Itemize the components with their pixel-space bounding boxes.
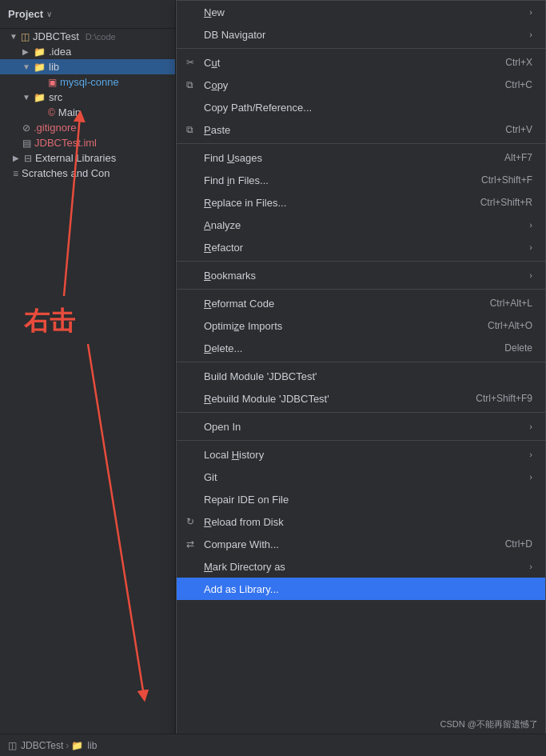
- git-ignore-icon: ⊘: [22, 122, 30, 134]
- submenu-arrow-icon: ›: [529, 562, 532, 571]
- shortcut-label: Ctrl+Alt+O: [488, 320, 532, 331]
- tree-item-iml[interactable]: ▤ JDBCTest.iml: [0, 135, 175, 150]
- menu-item-open-in[interactable]: Open In ›: [177, 415, 545, 438]
- project-panel: Project ∨ ▼ ◫ JDBCTest D:\code ▶ 📁 .idea…: [0, 0, 176, 756]
- menu-separator: [177, 362, 545, 362]
- path-label: D:\code: [86, 32, 116, 42]
- menu-item-label: Find in Files...: [204, 174, 465, 186]
- menu-item-analyze[interactable]: Analyze ›: [177, 214, 545, 236]
- menu-item-label: Reload from Disk: [204, 516, 532, 528]
- menu-item-label: Copy Path/Reference...: [204, 102, 532, 114]
- menu-item-label: Reformat Code: [204, 298, 474, 310]
- menu-item-repair-ide[interactable]: Repair IDE on File: [177, 488, 545, 510]
- tree-item-main[interactable]: © Main: [0, 105, 175, 120]
- shortcut-label: Delete: [504, 342, 532, 354]
- menu-item-optimize-imports[interactable]: Optimize Imports Ctrl+Alt+O: [177, 314, 545, 337]
- menu-item-label: Paste: [204, 124, 489, 136]
- breadcrumb-label: JDBCTest: [21, 740, 63, 751]
- breadcrumb-item-root[interactable]: ◫ JDBCTest: [8, 740, 63, 751]
- menu-item-db-navigator[interactable]: DB Navigator ›: [177, 23, 545, 46]
- tree-item-label: JDBCTest: [33, 30, 79, 42]
- iml-icon: ▤: [22, 138, 31, 149]
- java-icon: ©: [48, 107, 55, 118]
- folder-icon: 📁: [34, 62, 46, 73]
- shortcut-label: Ctrl+C: [505, 79, 532, 90]
- paste-icon: ⧉: [186, 124, 199, 135]
- menu-item-local-history[interactable]: Local History ›: [177, 443, 545, 466]
- expand-arrow-icon: ▼: [22, 62, 30, 71]
- menu-item-label: Add as Library...: [204, 583, 532, 595]
- menu-item-label: Git: [204, 471, 523, 483]
- menu-item-new[interactable]: New ›: [177, 1, 545, 23]
- submenu-arrow-icon: ›: [529, 422, 532, 431]
- submenu-arrow-icon: ›: [529, 242, 532, 252]
- compare-icon: ⇄: [186, 538, 199, 550]
- menu-item-label: Local History: [204, 449, 523, 461]
- folder-icon: 📁: [71, 740, 83, 751]
- project-header[interactable]: Project ∨: [0, 0, 175, 29]
- menu-item-copy-path[interactable]: Copy Path/Reference...: [177, 96, 545, 118]
- shortcut-label: Ctrl+Alt+L: [490, 298, 532, 309]
- tree-item-root[interactable]: ▼ ◫ JDBCTest D:\code: [0, 29, 175, 44]
- menu-item-paste[interactable]: ⧉ Paste Ctrl+V: [177, 118, 545, 141]
- menu-item-label: Rebuild Module 'JDBCTest': [204, 393, 460, 405]
- menu-item-reformat[interactable]: Reformat Code Ctrl+Alt+L: [177, 292, 545, 314]
- submenu-arrow-icon: ›: [529, 7, 532, 17]
- menu-item-find-in-files[interactable]: Find in Files... Ctrl+Shift+F: [177, 169, 545, 191]
- menu-item-label: Delete...: [204, 342, 488, 354]
- shortcut-label: Ctrl+Shift+F: [481, 174, 532, 186]
- tree-item-label: src: [49, 91, 62, 103]
- tree-item-label: External Libraries: [35, 152, 116, 164]
- menu-separator: [177, 412, 545, 413]
- menu-item-replace-in-files[interactable]: Replace in Files... Ctrl+Shift+R: [177, 191, 545, 214]
- menu-item-copy[interactable]: ⧉ Copy Ctrl+C: [177, 74, 545, 96]
- menu-separator: [177, 48, 545, 49]
- tree-item-src[interactable]: ▼ 📁 src: [0, 90, 175, 105]
- shortcut-label: Alt+F7: [504, 152, 532, 163]
- tree-item-gitignore[interactable]: ⊘ .gitignore: [0, 120, 175, 135]
- tree-item-label: Main: [58, 106, 81, 118]
- menu-item-bookmarks[interactable]: Bookmarks ›: [177, 264, 545, 286]
- menu-item-label: Repair IDE on File: [204, 494, 532, 506]
- menu-item-label: Open In: [204, 421, 523, 433]
- breadcrumb-bar: ◫ JDBCTest › 📁 lib CSDN @不能再留遗憾了: [0, 734, 546, 756]
- chevron-down-icon: ∨: [46, 10, 52, 18]
- menu-separator: [177, 261, 545, 262]
- module-icon: ◫: [8, 740, 17, 751]
- menu-separator: [177, 289, 545, 290]
- breadcrumb-item-lib[interactable]: 📁 lib: [71, 740, 97, 751]
- menu-item-label: Cut: [204, 57, 489, 69]
- tree-item-scratches[interactable]: ≡ Scratches and Con: [0, 166, 175, 181]
- menu-item-mark-directory[interactable]: Mark Directory as ›: [177, 555, 545, 578]
- tree-item-label: Scratches and Con: [22, 167, 110, 179]
- menu-item-build-module[interactable]: Build Module 'JDBCTest': [177, 365, 545, 387]
- jar-icon: ▣: [48, 77, 57, 88]
- menu-item-refactor[interactable]: Refactor ›: [177, 236, 545, 258]
- menu-item-label: Optimize Imports: [204, 320, 472, 332]
- menu-item-rebuild-module[interactable]: Rebuild Module 'JDBCTest' Ctrl+Shift+F9: [177, 387, 545, 410]
- menu-item-reload-disk[interactable]: ↻ Reload from Disk: [177, 510, 545, 533]
- folder-icon: 📁: [34, 46, 46, 58]
- tree-item-label: .gitignore: [34, 122, 76, 134]
- menu-item-cut[interactable]: ✂ Cut Ctrl+X: [177, 51, 545, 74]
- tree-item-label: lib: [49, 61, 59, 73]
- tree-item-external-libs[interactable]: ▶ ⊟ External Libraries: [0, 150, 175, 166]
- expand-arrow-icon: ▶: [13, 154, 21, 162]
- annotation-text: 右击: [24, 304, 75, 339]
- tree-item-idea[interactable]: ▶ 📁 .idea: [0, 44, 175, 59]
- menu-item-add-as-library[interactable]: Add as Library...: [177, 578, 545, 600]
- menu-item-compare-with[interactable]: ⇄ Compare With... Ctrl+D: [177, 533, 545, 555]
- menu-item-find-usages[interactable]: Find Usages Alt+F7: [177, 146, 545, 169]
- expand-arrow-icon: ▼: [10, 32, 18, 41]
- menu-item-git[interactable]: Git ›: [177, 466, 545, 488]
- submenu-arrow-icon: ›: [529, 450, 532, 459]
- folder-icon: 📁: [34, 92, 46, 103]
- menu-item-label: Find Usages: [204, 152, 488, 164]
- menu-item-delete[interactable]: Delete... Delete: [177, 337, 545, 359]
- tree-item-mysql[interactable]: ▣ mysql-conne: [0, 74, 175, 90]
- expand-arrow-icon: ▼: [22, 93, 30, 102]
- tree-item-label: .idea: [49, 46, 71, 58]
- submenu-arrow-icon: ›: [529, 472, 532, 482]
- shortcut-label: Ctrl+Shift+R: [480, 197, 532, 208]
- tree-item-lib[interactable]: ▼ 📁 lib: [0, 59, 175, 74]
